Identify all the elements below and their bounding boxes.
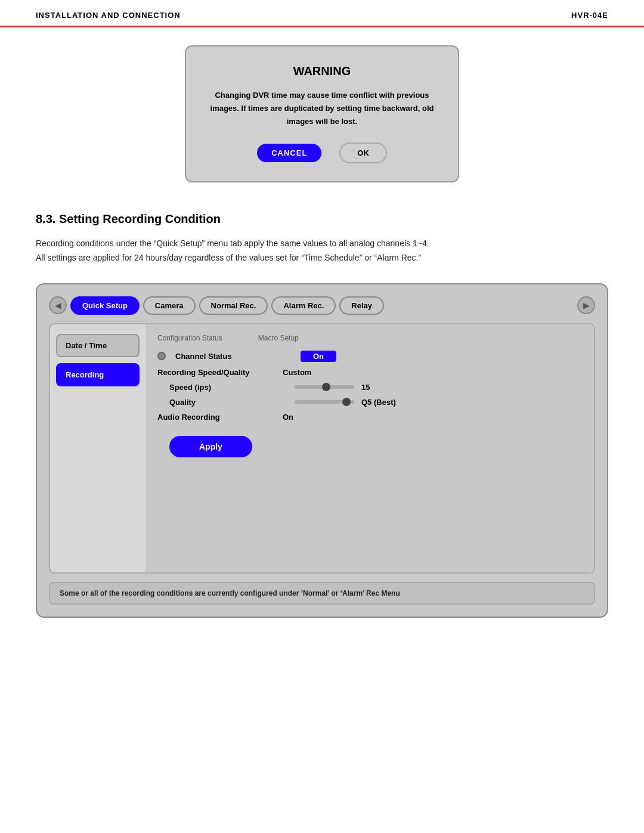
quality-label: Quality (169, 398, 289, 407)
speed-slider-thumb[interactable] (322, 383, 330, 391)
warning-title: WARNING (210, 64, 434, 78)
quality-slider-container: Q5 (Best) (295, 398, 396, 407)
tab-quick-setup[interactable]: Quick Setup (70, 296, 140, 315)
quality-slider-thumb[interactable] (342, 398, 351, 406)
channel-status-value: On (301, 351, 336, 362)
audio-value: On (283, 413, 293, 422)
tab-bar: ◀ Quick Setup Camera Normal Rec. Alarm R… (49, 296, 595, 315)
header-right: HVR-04E (571, 11, 608, 20)
page-header: Installation and Connection HVR-04E (0, 0, 644, 27)
tab-camera[interactable]: Camera (143, 296, 196, 315)
row-speed-quality: Recording Speed/Quality Custom (157, 368, 582, 377)
warning-text: Changing DVR time may cause time conflic… (210, 89, 434, 128)
page-content: WARNING Changing DVR time may cause time… (0, 27, 644, 636)
bottom-notice: Some or all of the recording conditions … (49, 582, 595, 605)
macro-setup-label: Macro Setup (258, 334, 299, 342)
speed-slider-track[interactable] (295, 385, 354, 389)
status-dot (157, 352, 166, 360)
config-header: Configuration Status Macro Setup (157, 334, 582, 342)
warning-buttons: CANCEL OK (210, 143, 434, 163)
speed-quality-value: Custom (283, 368, 311, 377)
audio-label: Audio Recording (157, 413, 277, 422)
speed-slider-container: 15 (295, 383, 370, 392)
speed-quality-label: Recording Speed/Quality (157, 368, 277, 377)
section-desc-line2: All settings are applied for 24 hours/da… (36, 251, 608, 265)
section-heading: 8.3. Setting Recording Condition (36, 212, 608, 226)
channel-status-label: Channel Status (175, 352, 295, 361)
apply-button[interactable]: Apply (169, 436, 252, 457)
dvr-container: ◀ Quick Setup Camera Normal Rec. Alarm R… (36, 283, 608, 618)
speed-label: Speed (ips) (169, 383, 289, 392)
header-left: Installation and Connection (36, 11, 181, 20)
warning-container: WARNING Changing DVR time may cause time… (36, 45, 608, 182)
tab-arrow-left[interactable]: ◀ (49, 296, 67, 314)
ok-button[interactable]: OK (339, 143, 387, 163)
section-desc-line1: Recording conditions under the “Quick Se… (36, 237, 608, 251)
tab-normal-rec[interactable]: Normal Rec. (199, 296, 268, 315)
row-quality: Quality Q5 (Best) (157, 398, 582, 407)
sidebar-item-datetime[interactable]: Date / Time (56, 334, 140, 357)
main-panel: Date / Time Recording Configuration Stat… (49, 323, 595, 574)
row-audio: Audio Recording On (157, 413, 582, 422)
section-desc: Recording conditions under the “Quick Se… (36, 237, 608, 265)
row-speed: Speed (ips) 15 (157, 383, 582, 392)
row-channel-status: Channel Status On (157, 351, 582, 362)
config-status-label: Configuration Status (157, 334, 222, 342)
tab-relay[interactable]: Relay (339, 296, 384, 315)
content-area: Configuration Status Macro Setup Channel… (145, 324, 594, 572)
quality-slider-value: Q5 (Best) (361, 398, 396, 407)
tab-alarm-rec[interactable]: Alarm Rec. (271, 296, 336, 315)
tab-arrow-right[interactable]: ▶ (577, 296, 595, 314)
quality-slider-track[interactable] (295, 400, 354, 404)
cancel-button[interactable]: CANCEL (257, 144, 321, 162)
speed-slider-value: 15 (361, 383, 370, 392)
sidebar-item-recording[interactable]: Recording (56, 363, 140, 386)
warning-dialog: WARNING Changing DVR time may cause time… (185, 45, 459, 182)
sidebar: Date / Time Recording (50, 324, 145, 572)
